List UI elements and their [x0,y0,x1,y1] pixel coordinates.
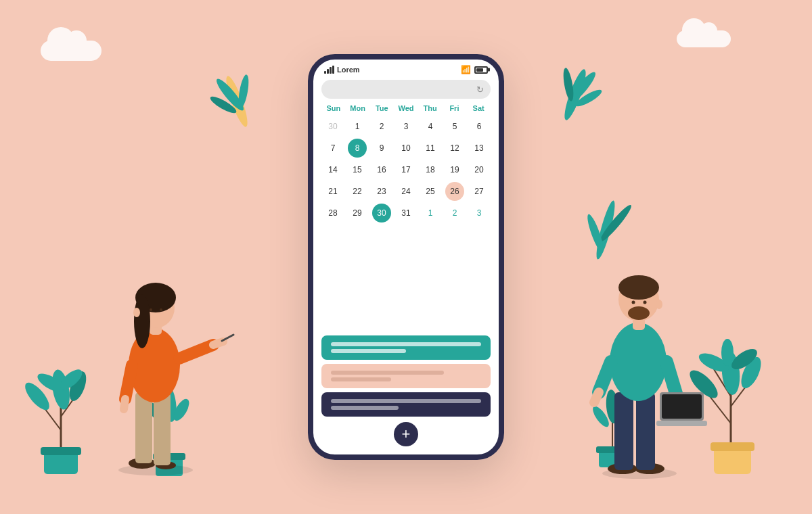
search-bar[interactable]: ↻ [321,80,491,99]
svg-line-59 [124,399,125,409]
event-line [331,342,481,346]
calendar-day[interactable]: 7 [323,139,342,158]
svg-rect-48 [135,392,152,463]
svg-point-45 [118,465,193,475]
calendar-day[interactable]: 25 [421,182,440,201]
calendar-day[interactable]: 20 [470,160,489,179]
svg-rect-76 [656,421,707,426]
svg-rect-12 [41,447,81,455]
svg-point-60 [150,308,152,311]
day-header-sun: Sun [321,103,346,114]
day-header-mon: Mon [346,103,370,114]
calendar-day[interactable]: 29 [348,204,367,223]
calendar-day[interactable]: 2 [372,117,391,136]
svg-rect-49 [154,392,171,465]
signal-bars [324,66,334,74]
calendar-day[interactable]: 10 [397,139,415,158]
svg-point-81 [656,300,662,309]
cloud-left [41,41,102,61]
svg-line-55 [179,345,213,358]
calendar-day[interactable]: 6 [470,117,489,136]
calendar-day-headers: Sun Mon Tue Wed Thu Fri Sat [321,103,491,114]
calendar-day[interactable]: 11 [421,139,440,158]
svg-rect-67 [636,392,655,470]
day-header-wed: Wed [394,103,418,114]
calendar-day[interactable]: 31 [397,204,415,223]
add-event-button[interactable]: + [394,422,418,446]
calendar-day[interactable]: 27 [470,182,489,201]
phone: Lorem 📶 ↻ Sun Mon Tue Wed Thu Fri Sat 30… [308,54,504,460]
calendar-day[interactable]: 17 [397,160,415,179]
svg-point-62 [133,308,140,317]
plant-left [20,342,102,480]
calendar-day[interactable]: 1 [348,117,367,136]
calendar-day[interactable]: 3 [397,117,415,136]
svg-line-78 [594,392,599,402]
calendar-day[interactable]: 14 [323,160,342,179]
event-line [331,377,391,381]
woman-figure [98,203,233,473]
svg-rect-66 [614,392,633,470]
calendar-day[interactable]: 22 [348,182,367,201]
calendar-day-event[interactable]: 26 [445,182,464,201]
status-bar: Lorem 📶 [313,60,499,77]
calendar-day[interactable]: 30 [323,117,342,136]
svg-rect-75 [662,394,702,419]
add-button-container: + [313,417,499,454]
battery-fill [476,68,483,72]
day-header-tue: Tue [369,103,394,114]
calendar: Sun Mon Tue Wed Thu Fri Sat 30 1 2 3 4 5… [313,103,499,330]
day-header-thu: Thu [418,103,443,114]
calendar-day[interactable]: 4 [421,117,440,136]
calendar-day[interactable]: 9 [372,139,391,158]
calendar-day[interactable]: 13 [470,139,489,158]
svg-point-32 [721,339,734,366]
calendar-day[interactable]: 23 [372,182,391,201]
cloud-right [677,30,731,47]
event-line [331,371,444,375]
calendar-day-next-month[interactable]: 3 [470,204,489,223]
svg-line-77 [599,362,611,392]
calendar-day[interactable]: 18 [421,160,440,179]
event-line [331,399,481,403]
calendar-day[interactable]: 15 [348,160,367,179]
event-card-peach[interactable] [321,364,491,388]
calendar-day[interactable]: 21 [323,182,342,201]
calendar-day[interactable]: 19 [445,160,464,179]
calendar-day-selected[interactable]: 8 [348,139,367,158]
svg-point-68 [610,323,667,401]
day-header-fri: Fri [443,103,467,114]
add-icon: + [402,427,411,442]
calendar-day[interactable]: 16 [372,160,391,179]
calendar-day[interactable]: 12 [445,139,464,158]
leaves-top-left [210,68,264,138]
day-header-sat: Sat [466,103,491,114]
calendar-grid: 30 1 2 3 4 5 6 7 8 9 10 11 12 13 14 15 1… [321,116,491,223]
battery-icon [474,66,488,74]
event-card-teal[interactable] [321,335,491,360]
svg-rect-22 [710,442,754,451]
calendar-day-next-month[interactable]: 2 [445,204,464,223]
event-cards [313,330,499,417]
calendar-day-today[interactable]: 30 [372,204,391,223]
svg-point-61 [160,308,162,311]
svg-point-71 [618,275,659,300]
status-left: Lorem [324,66,360,74]
leaves-top-right [548,61,602,131]
event-card-dark[interactable] [321,392,491,417]
man-figure [582,193,704,477]
calendar-day-next-month[interactable]: 1 [421,204,440,223]
carrier-label: Lorem [337,66,360,74]
status-right: 📶 [461,65,488,74]
svg-line-56 [213,342,223,345]
event-line [331,349,406,353]
wifi-icon: 📶 [461,65,471,74]
svg-line-58 [125,365,132,399]
svg-line-73 [667,362,677,396]
refresh-icon[interactable]: ↻ [476,85,484,95]
svg-point-79 [632,301,635,304]
calendar-day[interactable]: 5 [445,117,464,136]
calendar-day[interactable]: 28 [323,204,342,223]
calendar-day[interactable]: 24 [397,182,415,201]
svg-point-72 [628,306,650,320]
